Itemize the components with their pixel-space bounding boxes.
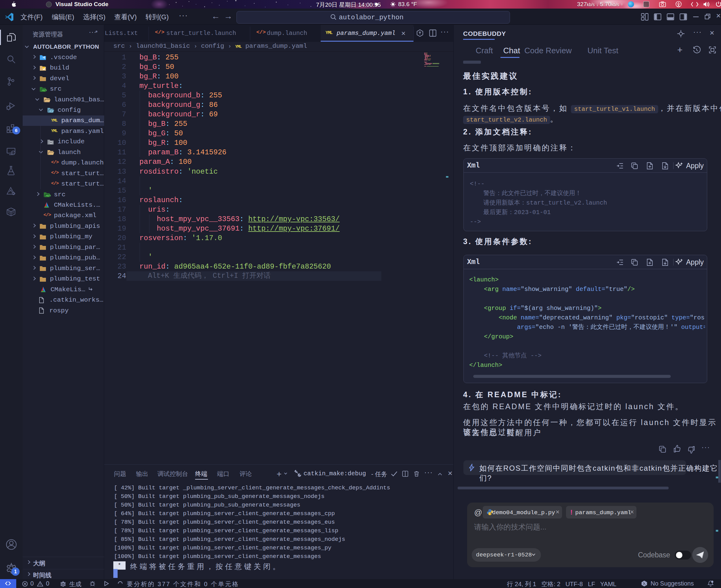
svg-text:</>: </>: [46, 194, 51, 197]
svg-text:</>: </>: [42, 89, 47, 92]
